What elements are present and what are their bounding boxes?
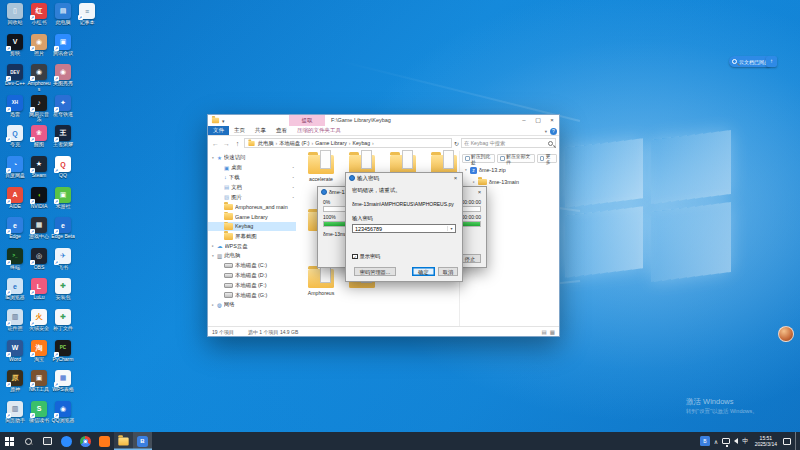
desktop-icon-照片[interactable]: ◉↗照片 xyxy=(27,34,51,57)
desktop-icon-夸克[interactable]: Q↗夸克 xyxy=(3,125,27,148)
preview-button-解压全部文件[interactable]: 解压全部文件 xyxy=(497,154,535,163)
expand-icon[interactable]: ▾ xyxy=(211,254,215,258)
show-desktop-button[interactable] xyxy=(795,432,798,450)
ribbon-tab-共享[interactable]: 共享 xyxy=(250,126,271,135)
sidebar-item-Game Library[interactable]: Game Library xyxy=(208,212,296,222)
desktop-icon-证件照[interactable]: ▥↗证件照 xyxy=(3,309,27,332)
desktop-icon-腾讯会议[interactable]: ▣↗腾讯会议 xyxy=(51,34,75,57)
cancel-button[interactable]: 取消 xyxy=(438,267,458,276)
search-box[interactable]: 在 Keybag 中搜索 xyxy=(461,138,556,148)
desktop-icon-网易云音乐[interactable]: ♪↗网易云音乐 xyxy=(27,95,51,123)
desktop-icon-微信读书[interactable]: S↗微信读书 xyxy=(27,401,51,424)
thumbnail-view-icon[interactable]: ▦ xyxy=(550,329,555,335)
sidebar-item-本地磁盘 (F:)[interactable]: 本地磁盘 (F:) xyxy=(208,280,296,290)
desktop-icon-Dev-C++[interactable]: DEV↗Dev-C++ xyxy=(3,64,27,87)
quick-access-toolbar[interactable]: ▾ xyxy=(208,117,225,124)
tray-app-icon[interactable]: B xyxy=(700,436,710,446)
ime-indicator[interactable]: 中 xyxy=(742,437,749,446)
desktop-icon-迅雷[interactable]: XH↗迅雷 xyxy=(3,95,27,118)
ok-button[interactable]: 确定 xyxy=(412,267,435,276)
sidebar-item-本地磁盘 (G:)[interactable]: 本地磁盘 (G:) xyxy=(208,290,296,300)
explorer-titlebar[interactable]: ▾ 提取 F:\Game Library\Keybag – ▢ × xyxy=(208,115,559,126)
taskbar-app-meeting-app[interactable] xyxy=(57,432,76,450)
sidebar-item-屏幕截图[interactable]: 屏幕截图 xyxy=(208,231,296,241)
close-button[interactable]: × xyxy=(545,115,559,126)
sidebar-item-Amphoreus_and main[interactable]: Amphoreus_and main xyxy=(208,202,296,212)
desktop-icon-王者荣耀[interactable]: 王↗王者荣耀 xyxy=(51,125,75,148)
file-item-Amphoreus[interactable]: Amphoreus xyxy=(301,265,341,296)
desktop-icon-此电脑[interactable]: ▤此电脑 xyxy=(51,3,75,26)
desktop-icon-Steam[interactable]: ★↗Steam xyxy=(27,156,51,179)
contextual-tab-header[interactable]: 提取 xyxy=(289,115,325,126)
desktop-icon-星穹铁道[interactable]: ✦↗星穹铁道 xyxy=(51,95,75,118)
breadcrumb-segment-Game Library[interactable]: Game Library xyxy=(315,140,346,147)
desktop-icon-剪映[interactable]: V↗剪映 xyxy=(3,34,27,57)
preview-button-更多[interactable]: 更多 xyxy=(537,154,557,163)
close-icon[interactable]: × xyxy=(473,187,486,197)
sidebar-item-Keybag[interactable]: Keybag xyxy=(208,222,296,232)
preview-button-解压到此处[interactable]: 解压到此处 xyxy=(462,154,495,163)
sidebar-item-WPS云盘[interactable]: ▸☁WPS云盘 xyxy=(208,241,296,251)
password-input[interactable]: 123456789 ▾ xyxy=(352,224,456,233)
close-icon[interactable]: × xyxy=(449,173,462,183)
refresh-icon[interactable]: ↻ xyxy=(454,140,459,147)
taskbar-app-orange-app[interactable] xyxy=(95,432,114,450)
desktop-icon-醒图[interactable]: ❀↗醒图 xyxy=(27,125,51,148)
desktop-icon-游戏中心[interactable]: ▦↗游戏中心 xyxy=(27,217,51,240)
expand-icon[interactable]: ▸ xyxy=(211,244,215,248)
desktop-icon-火绒安全[interactable]: 火↗火绒安全 xyxy=(27,309,51,332)
desktop-icon-淘宝[interactable]: 淘↗淘宝 xyxy=(27,340,51,363)
combo-dropdown-icon[interactable]: ▾ xyxy=(447,226,455,231)
ribbon-collapse-icon[interactable]: ▾ xyxy=(545,129,547,134)
password-manager-button[interactable]: 密码管理器... xyxy=(354,267,396,276)
details-view-icon[interactable]: ▤ xyxy=(542,329,547,335)
show-password-checkbox[interactable]: ✓ 显示密码 xyxy=(352,253,380,260)
desktop-icon-AIDE[interactable]: A↗AIDE xyxy=(3,187,27,210)
sidebar-item-文档[interactable]: ▤文档• xyxy=(208,182,296,192)
desktop-icon-飞书[interactable]: ✈↗飞书 xyxy=(51,248,75,271)
help-icon[interactable]: ? xyxy=(550,128,557,135)
taskbar-clock[interactable]: 15:51 2025/3/14 xyxy=(753,435,779,447)
floating-avatar[interactable] xyxy=(778,326,794,342)
expand-icon[interactable]: ▾ xyxy=(464,168,468,172)
expand-icon[interactable]: ▾ xyxy=(211,156,215,160)
desktop-icon-IE浏览器[interactable]: e↗IE浏览器 xyxy=(3,278,27,301)
maximize-button[interactable]: ▢ xyxy=(531,115,545,126)
breadcrumb-segment-此电脑[interactable]: 此电脑 xyxy=(258,140,274,147)
desktop-icon-Word[interactable]: W↗Word xyxy=(3,340,27,363)
desktop-icon-米游社[interactable]: ▣↗米游社 xyxy=(51,187,75,210)
cloud-upload-button[interactable]: ↑ xyxy=(766,56,777,67)
start-button[interactable] xyxy=(0,432,19,450)
desktop-icon-PyCharm[interactable]: PC↗PyCharm xyxy=(51,340,75,363)
qat-dropdown-icon[interactable]: ▾ xyxy=(222,118,225,124)
desktop-icon-Edge Beta[interactable]: e↗Edge Beta xyxy=(51,217,75,240)
desktop-icon-简历助手[interactable]: ▥↗简历助手 xyxy=(3,401,27,424)
tray-overflow-icon[interactable]: ∧ xyxy=(714,438,718,445)
address-bar[interactable]: 此电脑›本地磁盘 (F:)›Game Library›Keybag› xyxy=(244,138,452,148)
desktop-icon-Amphoreus[interactable]: ◉↗Amphoreus xyxy=(27,64,51,92)
minimize-button[interactable]: – xyxy=(517,115,531,126)
up-icon[interactable]: ↑ xyxy=(233,140,242,147)
sidebar-item-网络[interactable]: ▸◍网络 xyxy=(208,300,296,310)
desktop-icon-补丁文件[interactable]: ✚补丁文件 xyxy=(51,309,75,332)
desktop-icon-LuLu[interactable]: L↗LuLu xyxy=(27,278,51,301)
ribbon-tab-压缩的文件夹工具[interactable]: 压缩的文件夹工具 xyxy=(292,126,346,135)
desktop-icon-WPS表格[interactable]: ▦↗WPS表格 xyxy=(51,370,75,393)
ribbon-tab-文件[interactable]: 文件 xyxy=(208,126,229,135)
desktop-icon-NVIDIA[interactable]: ◖↗NVIDIA xyxy=(27,187,51,210)
desktop-icon-记事本[interactable]: ≡↗记事本 xyxy=(75,3,99,26)
volume-icon[interactable] xyxy=(734,438,738,444)
sidebar-item-下载[interactable]: ↓下载• xyxy=(208,173,296,183)
desktop-icon-OBS[interactable]: ◎↗OBS xyxy=(27,248,51,271)
desktop-icon-回收站[interactable]: ▯回收站 xyxy=(3,3,27,26)
desktop-icon-百度网盘[interactable]: ◔↗百度网盘 xyxy=(3,156,27,179)
desktop-icon-小红书[interactable]: 红↗小红书 xyxy=(27,3,51,26)
ribbon-tab-主页[interactable]: 主页 xyxy=(229,126,250,135)
taskbar-search-button[interactable] xyxy=(19,432,38,450)
desktop-icon-QQ[interactable]: Q↗QQ xyxy=(51,156,75,179)
sidebar-item-此电脑[interactable]: ▾▥此电脑 xyxy=(208,251,296,261)
sidebar-item-本地磁盘 (D:)[interactable]: 本地磁盘 (D:) xyxy=(208,271,296,281)
password-dialog-titlebar[interactable]: 输入密码 × xyxy=(346,173,462,183)
task-view-button[interactable] xyxy=(38,432,57,450)
file-item-accelerate[interactable]: accelerate xyxy=(301,151,341,182)
